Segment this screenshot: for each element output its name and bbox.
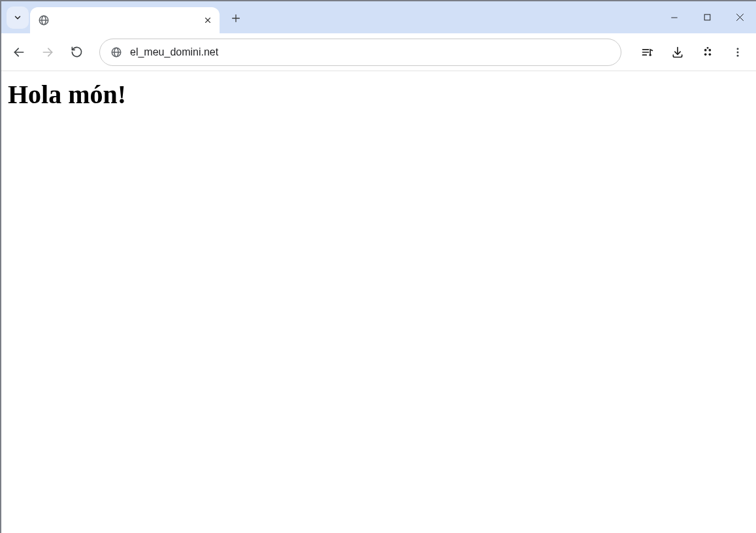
svg-point-25 <box>737 48 739 50</box>
reload-icon <box>71 46 83 58</box>
window-maximize-button[interactable] <box>691 5 723 31</box>
page-content: Hola món! <box>1 71 756 533</box>
toolbar: el_meu_domini.net <box>1 33 756 71</box>
address-bar[interactable]: el_meu_domini.net <box>99 39 621 66</box>
reload-button[interactable] <box>64 40 89 65</box>
titlebar <box>1 1 756 33</box>
toolbar-actions <box>634 39 751 65</box>
svg-point-20 <box>704 48 707 51</box>
tab-close-button[interactable] <box>201 14 214 27</box>
svg-point-23 <box>709 53 712 56</box>
close-icon <box>735 12 745 22</box>
downloads-button[interactable] <box>665 39 691 65</box>
svg-rect-8 <box>704 14 710 20</box>
url-text: el_meu_domini.net <box>130 46 218 58</box>
arrow-left-icon <box>12 46 25 59</box>
new-tab-button[interactable] <box>226 8 246 28</box>
extension-icon <box>701 46 714 59</box>
window-controls <box>658 1 756 33</box>
svg-point-21 <box>709 48 712 51</box>
kebab-menu-icon <box>732 46 744 58</box>
svg-point-24 <box>707 46 709 48</box>
chevron-down-icon <box>13 13 22 22</box>
globe-icon <box>110 46 122 58</box>
tab-search-button[interactable] <box>7 7 29 29</box>
plus-icon <box>231 13 241 24</box>
maximize-icon <box>703 13 712 22</box>
tab-active[interactable] <box>30 7 220 33</box>
music-list-icon <box>641 46 654 59</box>
svg-point-27 <box>737 54 739 56</box>
close-icon <box>204 16 212 24</box>
menu-button[interactable] <box>725 39 751 65</box>
svg-point-26 <box>737 51 739 53</box>
minimize-icon <box>670 13 679 22</box>
forward-button[interactable] <box>35 40 60 65</box>
window-minimize-button[interactable] <box>658 5 691 31</box>
back-button[interactable] <box>7 40 31 65</box>
window-close-button[interactable] <box>723 5 756 31</box>
download-icon <box>671 46 684 59</box>
svg-point-19 <box>649 54 651 56</box>
media-control-button[interactable] <box>634 39 661 65</box>
globe-icon <box>38 14 50 26</box>
extensions-button[interactable] <box>695 39 721 65</box>
page-heading: Hola món! <box>8 79 749 110</box>
arrow-right-icon <box>41 46 54 59</box>
svg-point-22 <box>704 53 707 56</box>
